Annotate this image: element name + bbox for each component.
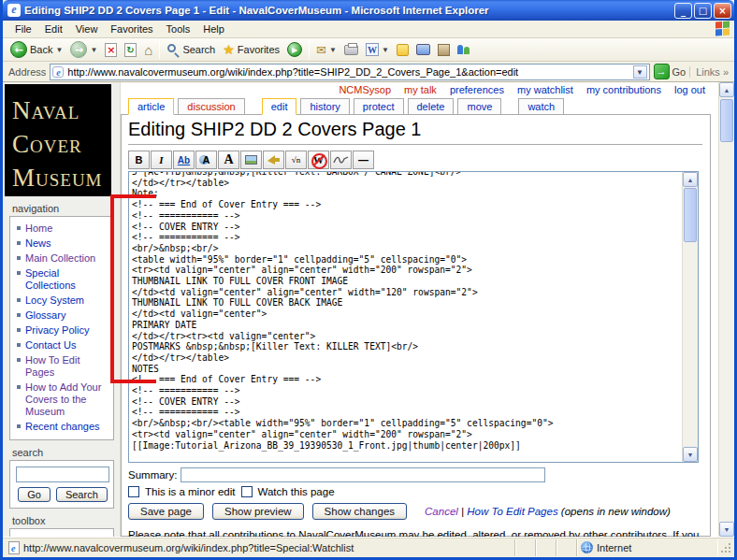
sidebar-item-recent-changes[interactable]: Recent changes [14, 419, 111, 434]
toolbox-item-what-links-here[interactable]: What links here [14, 533, 111, 537]
tab-history[interactable]: history [300, 98, 349, 114]
sidebar-link[interactable]: How to Add Your Covers to the Museum [25, 381, 101, 417]
sidebar-item-main-collection[interactable]: Main Collection [14, 251, 111, 266]
horizontal-line-icon[interactable]: — [353, 151, 374, 169]
tab-watch[interactable]: watch [518, 98, 564, 114]
forward-dropdown-icon[interactable]: ▼ [90, 46, 97, 54]
sidebar-item-privacy-policy[interactable]: Privacy Policy [14, 323, 111, 337]
my-watchlist-link[interactable]: my watchlist [517, 84, 573, 95]
sidebar-link[interactable]: Privacy Policy [25, 324, 89, 336]
minor-edit-checkbox[interactable] [128, 486, 139, 497]
search-input[interactable] [16, 467, 109, 482]
links-button[interactable]: Links » [689, 66, 729, 78]
site-logo[interactable]: Naval Cover Museum [5, 84, 111, 196]
sidebar-link[interactable]: Special Collections [25, 267, 76, 291]
search-go-button[interactable]: Go [18, 487, 51, 502]
nowiki-icon[interactable]: W [308, 151, 329, 169]
preferences-link[interactable]: preferences [450, 84, 504, 95]
internal-link-icon[interactable]: Ab [173, 151, 195, 169]
resize-grip[interactable] [719, 541, 732, 554]
tab-move[interactable]: move [457, 98, 501, 114]
sidebar-item-how-to-edit[interactable]: How To Edit Pages [14, 352, 111, 380]
favorites-button[interactable]: ★ Favorites [219, 41, 283, 58]
window-scrollbar-thumb[interactable] [720, 99, 733, 142]
edit-with-word-button[interactable]: W▼ [362, 42, 393, 57]
menu-help[interactable]: Help [196, 22, 231, 36]
image-icon[interactable] [240, 151, 262, 169]
window-scroll-up-icon[interactable]: ▲ [719, 82, 734, 97]
sidebar-item-add-covers[interactable]: How to Add Your Covers to the Museum [14, 380, 111, 419]
back-button[interactable]: ← Back ▼ [7, 40, 66, 59]
editor-scrollbar-thumb[interactable] [684, 188, 697, 242]
forward-button[interactable]: → ▼ [66, 40, 101, 59]
tab-edit[interactable]: edit [262, 98, 297, 115]
scroll-up-icon[interactable]: ▲ [683, 172, 698, 187]
back-dropdown-icon[interactable]: ▼ [55, 46, 63, 54]
sidebar-link[interactable]: Home [25, 223, 52, 234]
sidebar-link[interactable]: Contact Us [25, 339, 76, 351]
log-out-link[interactable]: log out [674, 84, 705, 95]
close-button[interactable]: × [714, 3, 731, 19]
tab-article[interactable]: article [128, 98, 174, 115]
sidebar-link[interactable]: How To Edit Pages [25, 354, 80, 378]
italic-icon[interactable]: I [151, 151, 172, 169]
sidebar-link[interactable]: Locy System [25, 294, 84, 306]
menu-view[interactable]: View [69, 22, 105, 36]
sidebar-item-special-collections[interactable]: Special Collections [14, 266, 111, 293]
minimize-button[interactable]: _ [674, 3, 692, 19]
menu-file[interactable]: File [8, 22, 38, 36]
sidebar-link[interactable]: Recent changes [25, 421, 100, 432]
watch-page-checkbox[interactable] [241, 486, 253, 497]
research-button[interactable] [412, 43, 434, 56]
show-preview-button[interactable]: Show preview [212, 503, 304, 520]
math-icon[interactable]: √n [285, 151, 307, 169]
bold-icon[interactable]: B [128, 151, 150, 169]
search-search-button[interactable]: Search [56, 487, 108, 502]
scroll-down-icon[interactable]: ▼ [683, 447, 698, 462]
menu-favorites[interactable]: Favorites [104, 22, 159, 36]
refresh-button[interactable]: ↻ [121, 42, 140, 58]
sidebar-link[interactable]: News [25, 237, 51, 249]
wikitext-editor[interactable]: 5 [AC-TYB]&nbsp;&nbsp;[Killer Text: BARB… [128, 171, 699, 463]
search-button[interactable]: Search [163, 42, 219, 57]
home-button[interactable]: ⌂ [140, 41, 156, 59]
stop-button[interactable]: × [101, 42, 121, 58]
sidebar-link[interactable]: Main Collection [25, 252, 95, 264]
tab-protect[interactable]: protect [354, 98, 404, 114]
media-button[interactable]: ▶ [283, 41, 306, 58]
window-scrollbar[interactable]: ▲ ▼ [718, 82, 734, 537]
sidebar-link[interactable]: What links here [25, 535, 96, 538]
how-to-edit-link[interactable]: How To Edit Pages [467, 506, 557, 517]
cancel-link[interactable]: Cancel [425, 506, 458, 517]
signature-icon[interactable] [330, 151, 352, 169]
summary-input[interactable] [181, 467, 545, 482]
mail-button[interactable]: ✉▼ [312, 42, 340, 58]
encyclopedia-button[interactable] [434, 43, 454, 57]
menu-edit[interactable]: Edit [38, 22, 69, 36]
my-talk-link[interactable]: my talk [404, 84, 437, 95]
tab-discussion[interactable]: discussion [178, 98, 244, 114]
title-bar[interactable]: e Editing SHIP2 DD 2 Covers Page 1 - Edi… [3, 0, 734, 21]
save-page-button[interactable]: Save page [128, 503, 204, 520]
show-changes-button[interactable]: Show changes [312, 503, 407, 520]
tab-delete[interactable]: delete [408, 98, 455, 114]
print-button[interactable] [340, 44, 362, 56]
editor-scrollbar[interactable]: ▲ ▼ [682, 172, 698, 462]
sidebar-item-contact-us[interactable]: Contact Us [14, 337, 111, 352]
headline-icon[interactable]: A [218, 151, 239, 169]
window-scroll-down-icon[interactable]: ▼ [719, 522, 734, 537]
external-link-icon[interactable]: A [195, 151, 217, 169]
address-dropdown-icon[interactable]: ▼ [633, 65, 647, 79]
sidebar-item-locy-system[interactable]: Locy System [14, 293, 111, 308]
address-input[interactable]: e http://www.navalcovermuseum.org/wiki/i… [50, 64, 649, 80]
menu-tools[interactable]: Tools [160, 22, 197, 36]
sidebar-item-news[interactable]: News [14, 236, 111, 251]
media-file-icon[interactable] [263, 151, 284, 169]
mail-dropdown-icon[interactable]: ▼ [329, 46, 337, 54]
word-dropdown-icon[interactable]: ▼ [382, 46, 389, 54]
sidebar-item-home[interactable]: Home [14, 221, 111, 236]
go-button[interactable]: → Go [654, 64, 686, 79]
messenger-button[interactable] [454, 44, 473, 55]
sidebar-link[interactable]: Glossary [25, 309, 65, 321]
my-contributions-link[interactable]: my contributions [586, 84, 661, 95]
